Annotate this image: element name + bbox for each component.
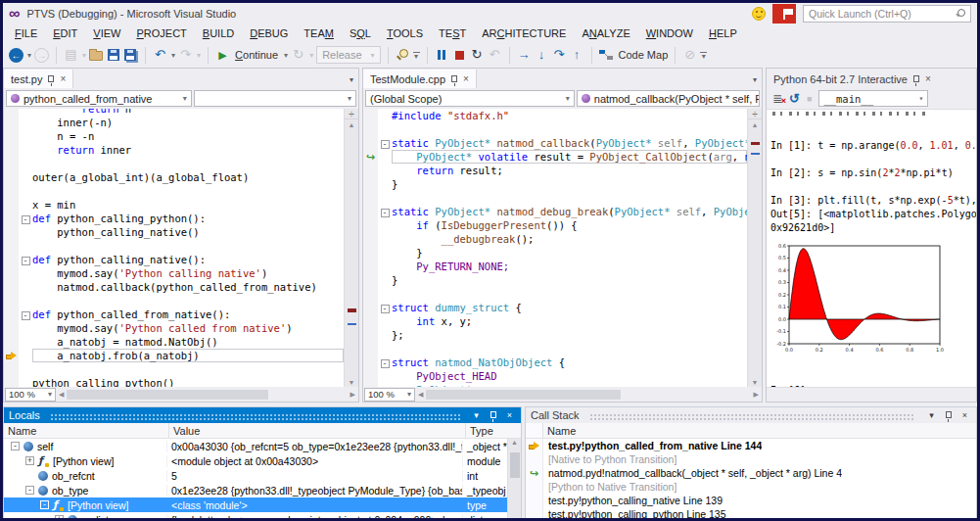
search-icon[interactable] <box>956 9 965 19</box>
locals-title-bar[interactable]: Locals ▾ × <box>4 407 521 423</box>
scroll-up-arrow-icon[interactable]: ▲ <box>511 439 518 446</box>
outlining-margin[interactable] <box>19 349 32 362</box>
locals-row[interactable]: ob_refcnt5int <box>4 468 507 483</box>
scroll-left-arrow-icon[interactable]: ◀ <box>415 391 426 399</box>
outlining-margin[interactable] <box>378 342 392 355</box>
indicator-margin[interactable] <box>4 170 19 184</box>
outlining-margin[interactable] <box>378 218 392 232</box>
callstack-frame[interactable]: [Python to Native Transition] <box>526 480 976 494</box>
outlining-margin[interactable] <box>378 109 392 122</box>
indicator-margin[interactable] <box>363 383 378 387</box>
menu-analyze[interactable]: ANALYZE <box>574 27 637 39</box>
menu-team[interactable]: TEAM <box>296 27 342 39</box>
callstack-frame[interactable]: ↪natmod.pyd!natmod_callback(_object * se… <box>526 466 976 480</box>
indicator-margin[interactable] <box>363 177 378 191</box>
outlining-margin[interactable] <box>378 383 392 387</box>
menu-edit[interactable]: EDIT <box>45 27 85 39</box>
pin-button[interactable] <box>487 410 499 420</box>
collapse-region-icon[interactable]: - <box>381 305 390 313</box>
indicator-margin[interactable] <box>4 129 19 143</box>
column-header-name[interactable]: Name <box>4 423 169 438</box>
locals-row[interactable]: +ƒ[Python view]<module object at 0x00a43… <box>4 453 507 468</box>
show-next-statement-button[interactable]: → <box>517 46 532 64</box>
redo-button[interactable]: ↷ <box>178 46 193 64</box>
outlining-margin[interactable] <box>378 164 392 177</box>
outlining-margin[interactable]: - <box>378 136 392 150</box>
tab-python-interactive[interactable]: Python 64-bit 2.7 Interactive × <box>767 70 938 88</box>
menu-debug[interactable]: DEBUG <box>242 27 296 39</box>
new-file-button[interactable]: ▤ <box>64 46 78 64</box>
step-out-button[interactable]: ↑ <box>570 46 584 64</box>
misc-tool-button[interactable]: ⊘ <box>682 46 697 64</box>
scroll-down-arrow-icon[interactable]: ▼ <box>349 379 355 386</box>
indicator-margin[interactable] <box>4 198 19 212</box>
scroll-right-arrow-icon[interactable]: ▶ <box>348 391 358 399</box>
find-in-files-button[interactable] <box>396 46 410 64</box>
indicator-margin[interactable] <box>363 301 378 314</box>
menu-sql[interactable]: SQL <box>342 27 379 39</box>
indicator-margin[interactable] <box>4 225 19 239</box>
outlining-margin[interactable] <box>19 184 32 198</box>
scrollbar-thumb[interactable] <box>426 390 621 400</box>
vertical-scrollbar-cpp[interactable]: ÷ ▲ ▼ <box>747 109 762 387</box>
pin-button[interactable] <box>942 410 955 420</box>
indicator-margin[interactable] <box>363 232 378 246</box>
expand-icon[interactable]: + <box>25 456 34 465</box>
window-position-caret-icon[interactable]: ▾ <box>925 410 938 420</box>
redo-caret-icon[interactable]: ▾ <box>197 51 201 60</box>
close-icon[interactable]: × <box>463 74 469 84</box>
collapse-region-icon[interactable]: - <box>381 359 390 368</box>
collapse-icon[interactable]: - <box>11 442 20 450</box>
code-editor-testpy[interactable]: return n inner(-n) n = -n return innerou… <box>4 109 344 387</box>
indicator-margin[interactable] <box>363 342 378 355</box>
indicator-margin[interactable] <box>4 253 19 266</box>
indicator-margin[interactable] <box>4 143 19 157</box>
scope-dropdown-cpp[interactable]: (Global Scope) ▾ <box>365 90 575 107</box>
outlining-margin[interactable] <box>19 321 32 335</box>
callstack-frame[interactable]: [Native to Python Transition] <box>526 452 976 466</box>
indicator-margin[interactable] <box>363 273 378 287</box>
column-header-type[interactable]: Type <box>466 423 521 438</box>
outlining-margin[interactable] <box>378 150 392 164</box>
toolbar-options-button[interactable]: ▾ <box>700 52 707 59</box>
window-position-caret-icon[interactable]: ▾ <box>470 410 483 420</box>
outlining-margin[interactable] <box>378 273 392 287</box>
undo-caret-icon[interactable]: ▾ <box>171 51 175 60</box>
toolbar-overflow-button[interactable]: ▾ <box>413 52 420 59</box>
feedback-smiley-icon[interactable] <box>752 7 766 21</box>
outlining-margin[interactable] <box>19 335 32 349</box>
step-into-button[interactable]: ↓ <box>535 46 549 64</box>
collapse-region-icon[interactable]: - <box>22 311 30 320</box>
indicator-margin[interactable] <box>4 335 19 349</box>
outlining-margin[interactable] <box>19 116 32 129</box>
scrollbar-thumb[interactable] <box>510 452 520 478</box>
outlining-margin[interactable] <box>19 170 32 184</box>
callstack-title-bar[interactable]: Call Stack ▾ × <box>526 407 976 423</box>
scope-dropdown-testpy[interactable]: ▾ <box>194 90 356 107</box>
code-map-button[interactable]: Code Map <box>619 49 669 61</box>
quick-launch-input[interactable]: Quick Launch (Ctrl+Q) <box>803 5 971 23</box>
navigate-back-caret-icon[interactable]: ▾ <box>27 51 31 60</box>
outlining-margin[interactable]: - <box>19 308 32 321</box>
zoom-select-cpp[interactable]: 100 % ▾ <box>364 388 415 402</box>
navigate-forward-button[interactable]: → <box>34 48 49 63</box>
tab-list-caret-icon[interactable]: ▾ <box>350 75 358 88</box>
stop-debugging-button[interactable] <box>452 46 467 64</box>
navigate-back-button[interactable]: ← <box>9 48 23 63</box>
indicator-margin[interactable] <box>4 116 19 129</box>
tab-testmodule[interactable]: TestModule.cpp × <box>363 70 477 88</box>
indicator-margin[interactable] <box>363 109 378 122</box>
indicator-margin[interactable] <box>4 239 19 253</box>
scroll-up-arrow-icon[interactable]: ▲ <box>752 119 759 128</box>
horizontal-scrollbar-testpy[interactable] <box>67 390 347 400</box>
column-header-name[interactable]: Name <box>543 423 976 438</box>
outlining-margin[interactable]: - <box>19 253 32 266</box>
clear-screen-button[interactable]: ≣× <box>772 93 782 105</box>
member-dropdown-testpy[interactable]: python_called_from_native ▾ <box>6 90 192 107</box>
undo-button[interactable]: ↶ <box>153 46 167 64</box>
open-file-button[interactable] <box>89 51 103 61</box>
collapse-icon[interactable]: - <box>40 500 49 509</box>
menu-test[interactable]: TEST <box>431 27 474 39</box>
notifications-flag-button[interactable] <box>772 4 796 24</box>
indicator-margin[interactable] <box>4 376 19 387</box>
